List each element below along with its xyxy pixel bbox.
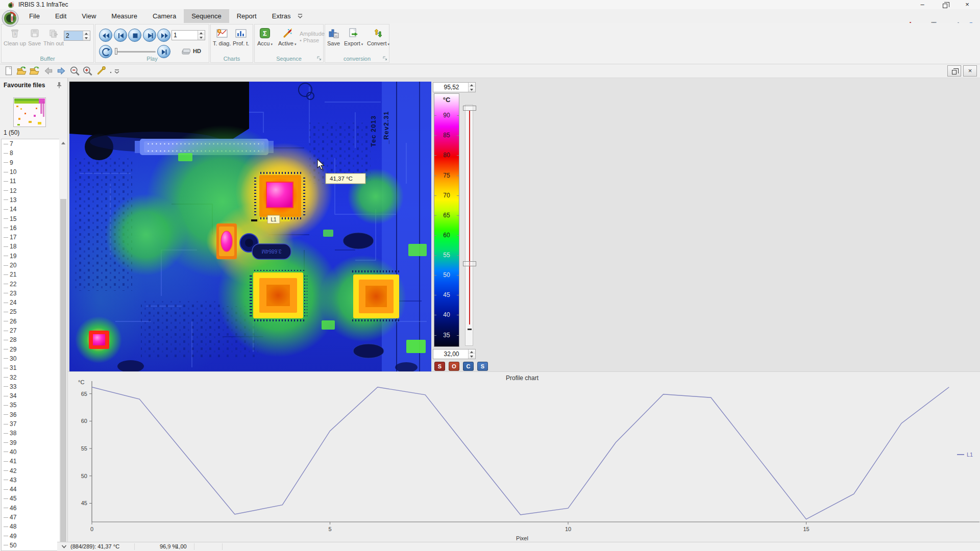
palette-button-s-0[interactable]: S bbox=[434, 362, 445, 371]
menu-item-view[interactable]: View bbox=[74, 9, 104, 23]
menu-item-report[interactable]: Report bbox=[229, 9, 264, 23]
favourite-file-item[interactable]: 16 bbox=[2, 223, 59, 233]
favourite-file-item[interactable]: 34 bbox=[2, 391, 59, 400]
scale-min-arrows[interactable] bbox=[468, 349, 475, 359]
previous-frame-button[interactable] bbox=[114, 29, 127, 42]
fast-forward-button[interactable] bbox=[157, 29, 170, 42]
favourite-file-item[interactable]: 38 bbox=[2, 429, 59, 438]
open-sequence-icon[interactable] bbox=[29, 66, 40, 76]
buffer-save-button[interactable]: Save bbox=[28, 28, 41, 46]
favourite-file-item[interactable]: 7 bbox=[2, 139, 59, 148]
pin-icon[interactable] bbox=[56, 82, 63, 89]
favourite-thumbnail[interactable] bbox=[13, 97, 46, 127]
favourite-file-item[interactable]: 23 bbox=[2, 289, 59, 298]
favourite-file-item[interactable]: 30 bbox=[2, 354, 59, 363]
favourite-file-item[interactable]: 19 bbox=[2, 252, 59, 261]
hd-toggle[interactable]: HD bbox=[181, 47, 201, 55]
favourite-file-item[interactable]: 46 bbox=[2, 504, 59, 513]
status-expand-icon[interactable] bbox=[61, 544, 67, 549]
menu-item-sequence[interactable]: Sequence bbox=[184, 9, 229, 23]
favourite-file-item[interactable]: 31 bbox=[2, 363, 59, 372]
back-arrow-icon[interactable] bbox=[43, 66, 54, 76]
close-panel-button[interactable]: × bbox=[963, 65, 977, 77]
favourite-file-item[interactable]: 48 bbox=[2, 522, 59, 531]
frame-number-spinbox[interactable]: 1 bbox=[172, 30, 205, 40]
scrollbar-thumb[interactable] bbox=[60, 199, 66, 549]
phase-option[interactable]: • Phase bbox=[300, 37, 325, 44]
maximize-button[interactable] bbox=[936, 0, 953, 9]
scale-max-arrows[interactable] bbox=[468, 83, 475, 92]
favourite-file-item[interactable]: 12 bbox=[2, 186, 59, 195]
favourite-file-item[interactable]: 42 bbox=[2, 466, 59, 475]
palette-button-o-1[interactable]: O bbox=[449, 362, 459, 371]
thermal-image-view[interactable]: L1 3.6864M bbox=[69, 82, 431, 371]
favourite-file-item[interactable]: 45 bbox=[2, 494, 59, 503]
clean-up-button[interactable]: 3 Clean up bbox=[4, 28, 26, 46]
favourite-file-item[interactable]: 49 bbox=[2, 531, 59, 540]
favourite-file-item[interactable]: 8 bbox=[2, 148, 59, 158]
favourite-file-item[interactable]: 25 bbox=[2, 307, 59, 316]
new-file-icon[interactable] bbox=[3, 66, 14, 76]
favourite-file-item[interactable]: 22 bbox=[2, 279, 59, 288]
favourite-file-item[interactable]: 24 bbox=[2, 298, 59, 307]
active-button[interactable]: Active▾ bbox=[278, 28, 296, 46]
zoom-out-icon[interactable] bbox=[69, 66, 81, 76]
favourite-file-item[interactable]: 39 bbox=[2, 438, 59, 447]
favourite-file-item[interactable]: 37 bbox=[2, 419, 59, 429]
menu-item-file[interactable]: File bbox=[21, 9, 47, 23]
close-button[interactable]: × bbox=[959, 0, 976, 9]
favourite-file-item[interactable]: 17 bbox=[2, 233, 59, 242]
thin-out-button[interactable]: Thin out bbox=[43, 28, 64, 46]
favourite-file-item[interactable]: 32 bbox=[2, 372, 59, 382]
rewind-button[interactable] bbox=[99, 29, 112, 42]
stop-button[interactable] bbox=[128, 29, 141, 42]
menu-item-camera[interactable]: Camera bbox=[145, 9, 184, 23]
forward-arrow-icon[interactable] bbox=[56, 66, 67, 76]
favourite-file-item[interactable]: 21 bbox=[2, 270, 59, 279]
favourite-file-item[interactable]: 41 bbox=[2, 457, 59, 466]
favourite-file-item[interactable]: 18 bbox=[2, 242, 59, 251]
zoom-in-icon[interactable] bbox=[82, 66, 93, 76]
favourite-file-item[interactable]: 50 bbox=[2, 541, 59, 550]
menu-item-edit[interactable]: Edit bbox=[47, 9, 74, 23]
frame-number-arrows[interactable] bbox=[198, 31, 205, 40]
export-button[interactable]: Export▾ bbox=[344, 28, 363, 46]
open-file-icon[interactable] bbox=[16, 66, 27, 76]
favourite-file-item[interactable]: 14 bbox=[2, 205, 59, 214]
scale-upper-handle[interactable] bbox=[463, 106, 476, 111]
favourite-file-item[interactable]: 44 bbox=[2, 485, 59, 494]
favourite-file-item[interactable]: 13 bbox=[2, 195, 59, 205]
conversion-save-button[interactable]: Save bbox=[327, 28, 340, 46]
scale-lower-handle[interactable] bbox=[463, 261, 476, 266]
favourite-file-item[interactable]: 28 bbox=[2, 335, 59, 344]
menu-item-measure[interactable]: Measure bbox=[104, 9, 145, 23]
color-scale-bar[interactable]: °C 908580757065605550454035 bbox=[434, 93, 459, 347]
accu-button[interactable]: Σ Accu▾ bbox=[257, 28, 273, 46]
palette-button-s-3[interactable]: S bbox=[477, 362, 488, 371]
favourite-file-item[interactable]: 33 bbox=[2, 382, 59, 391]
menu-item-extras[interactable]: Extras bbox=[264, 9, 299, 23]
favourite-file-item[interactable]: 15 bbox=[2, 214, 59, 223]
play-position-handle[interactable] bbox=[115, 48, 117, 55]
favourite-file-item[interactable]: 20 bbox=[2, 261, 59, 270]
favourites-scrollbar[interactable] bbox=[59, 139, 67, 551]
buffer-count-spinbox[interactable]: 2 bbox=[64, 31, 90, 41]
ribbon-collapse-icon[interactable] bbox=[297, 13, 303, 19]
play-button[interactable] bbox=[143, 29, 156, 42]
favourite-file-item[interactable]: 27 bbox=[2, 326, 59, 335]
favourite-file-item[interactable]: 26 bbox=[2, 317, 59, 326]
line-tool-icon[interactable] bbox=[96, 66, 107, 76]
play-position-slider[interactable] bbox=[116, 51, 156, 53]
convert-button[interactable]: Convert▾ bbox=[367, 28, 389, 46]
minimize-button[interactable]: – bbox=[914, 0, 931, 9]
scale-min-spinbox[interactable]: 32,00 bbox=[433, 349, 476, 359]
toolbar-more-dot-icon[interactable] bbox=[108, 66, 113, 76]
favourite-file-item[interactable]: 36 bbox=[2, 410, 59, 419]
buffer-count-arrows[interactable] bbox=[83, 31, 90, 40]
t-diag-button[interactable]: T. diag. bbox=[213, 28, 231, 46]
favourite-file-item[interactable]: 43 bbox=[2, 475, 59, 485]
amplitude-option[interactable]: Amplitude bbox=[300, 31, 325, 37]
float-panel-button[interactable] bbox=[947, 65, 961, 77]
scroll-up-arrow[interactable] bbox=[61, 142, 65, 144]
favourite-file-item[interactable]: 47 bbox=[2, 513, 59, 522]
